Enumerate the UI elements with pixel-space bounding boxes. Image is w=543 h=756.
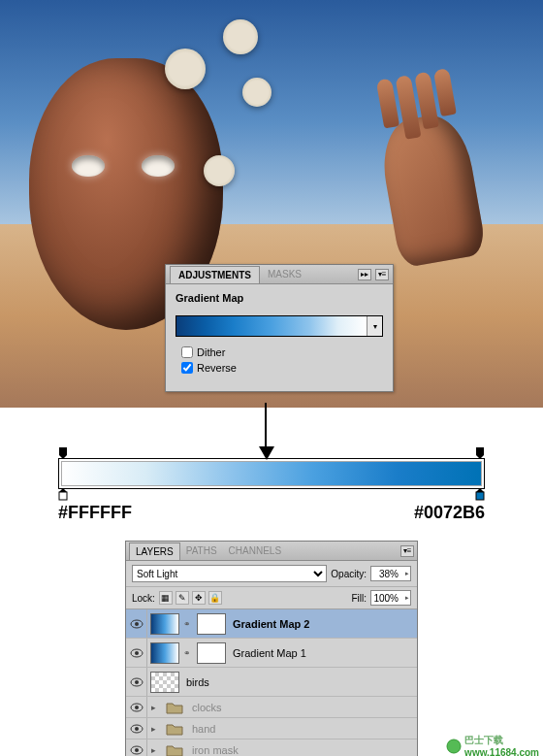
layer-group-row[interactable]: ▸ hand: [126, 718, 417, 740]
lock-row: Lock: ▦ ✎ ✥ 🔒 Fill: ▸: [126, 587, 417, 609]
arrow-line: [265, 403, 267, 451]
chevron-right-icon[interactable]: ▸: [405, 570, 409, 577]
layer-row[interactable]: ⚭ Gradient Map 1: [126, 639, 417, 668]
adjustments-header: ADJUSTMENTS MASKS ▸▸ ▾≡: [166, 265, 393, 284]
opacity-stop-right[interactable]: [474, 447, 486, 461]
svg-rect-0: [59, 447, 67, 455]
svg-point-19: [135, 748, 139, 752]
layer-row[interactable]: ⚭ Gradient Map 2: [126, 609, 417, 639]
visibility-toggle[interactable]: [126, 697, 147, 717]
folder-icon: [164, 697, 185, 718]
gradient-picker[interactable]: ▾: [176, 315, 383, 337]
svg-marker-1: [59, 455, 67, 459]
layer-group-row[interactable]: ▸ iron mask: [126, 740, 417, 756]
dither-label: Dither: [197, 346, 225, 358]
link-icon: ⚭: [183, 648, 193, 658]
tab-channels[interactable]: CHANNELS: [223, 542, 287, 559]
visibility-toggle[interactable]: [126, 718, 147, 739]
layer-name[interactable]: clocks: [192, 702, 222, 713]
watermark-brand: 巴士下载: [464, 735, 503, 745]
gradient-bar[interactable]: [61, 461, 482, 486]
svg-point-20: [447, 740, 461, 753]
face-eye-left: [72, 155, 105, 177]
eye-icon: [130, 703, 144, 712]
color-stop-right[interactable]: [474, 488, 486, 502]
disclosure-triangle-icon[interactable]: ▸: [151, 724, 161, 734]
color-stop-left[interactable]: [57, 488, 69, 502]
hex-left: #FFFFFF: [58, 503, 132, 523]
link-icon: ⚭: [183, 619, 193, 629]
visibility-toggle[interactable]: [126, 609, 147, 638]
clock-decor: [165, 49, 206, 89]
lock-transparency-icon[interactable]: ▦: [159, 591, 173, 605]
folder-icon: [164, 740, 185, 757]
svg-point-11: [135, 651, 139, 655]
eye-icon: [130, 724, 144, 734]
layer-name[interactable]: Gradient Map 2: [233, 618, 309, 630]
layer-name[interactable]: hand: [192, 723, 215, 735]
svg-marker-3: [476, 455, 484, 459]
layer-thumbnail[interactable]: [150, 613, 179, 635]
layer-name[interactable]: Gradient Map 1: [233, 647, 306, 659]
chevron-right-icon[interactable]: ▸: [405, 594, 409, 602]
eye-icon: [130, 648, 144, 658]
reverse-checkbox-row[interactable]: Reverse: [181, 362, 383, 374]
lock-pixels-icon[interactable]: ✎: [176, 591, 189, 605]
lock-label: Lock:: [132, 593, 155, 604]
tab-paths[interactable]: PATHS: [180, 542, 223, 559]
svg-marker-4: [59, 488, 67, 492]
layer-mask-thumbnail[interactable]: [197, 613, 226, 635]
dither-checkbox[interactable]: [181, 346, 193, 358]
svg-marker-6: [476, 488, 484, 492]
svg-rect-7: [476, 492, 484, 500]
panel-menu-icon[interactable]: ▾≡: [375, 269, 389, 280]
visibility-toggle[interactable]: [126, 639, 147, 667]
lock-position-icon[interactable]: ✥: [192, 591, 206, 605]
blend-mode-select[interactable]: Soft Light: [132, 565, 327, 582]
disclosure-triangle-icon[interactable]: ▸: [151, 745, 161, 755]
svg-point-17: [135, 727, 139, 731]
layer-thumbnail[interactable]: [150, 642, 179, 664]
layer-name[interactable]: birds: [186, 676, 209, 688]
adjustment-title: Gradient Map: [176, 292, 383, 304]
panel-menu-icon[interactable]: ▾≡: [400, 545, 414, 557]
eye-icon: [130, 677, 144, 687]
opacity-label: Opacity:: [331, 569, 367, 579]
svg-rect-5: [59, 492, 67, 500]
clock-decor: [242, 78, 272, 107]
visibility-toggle[interactable]: [126, 668, 147, 696]
layers-header: LAYERS PATHS CHANNELS ▾≡: [126, 542, 417, 561]
panel-expand-icon[interactable]: ▸▸: [358, 269, 371, 280]
dither-checkbox-row[interactable]: Dither: [181, 346, 383, 358]
hex-right: #0072B6: [414, 503, 485, 523]
clock-decor: [223, 19, 258, 54]
fill-label: Fill:: [351, 593, 367, 604]
layer-row[interactable]: birds: [126, 668, 417, 697]
folder-icon: [164, 718, 185, 740]
eye-icon: [130, 745, 144, 755]
opacity-stop-left[interactable]: [57, 447, 69, 461]
reverse-label: Reverse: [197, 362, 237, 374]
layer-name[interactable]: iron mask: [192, 744, 239, 756]
reverse-checkbox[interactable]: [181, 362, 193, 374]
layer-thumbnail[interactable]: [150, 672, 179, 693]
gradient-editor[interactable]: [58, 458, 485, 489]
svg-point-13: [135, 680, 139, 684]
tab-masks[interactable]: MASKS: [260, 266, 309, 282]
layer-list: ⚭ Gradient Map 2 ⚭ Gradient Map 1 birds: [126, 609, 417, 756]
layer-group-row[interactable]: ▸ clocks: [126, 697, 417, 718]
layers-options-row: Soft Light Opacity: ▸: [126, 561, 417, 587]
layer-mask-thumbnail[interactable]: [197, 642, 226, 664]
gradient-preview: [176, 316, 367, 336]
disclosure-triangle-icon[interactable]: ▸: [151, 703, 161, 712]
layers-panel: LAYERS PATHS CHANNELS ▾≡ Soft Light Opac…: [125, 541, 418, 756]
visibility-toggle[interactable]: [126, 740, 147, 756]
lock-all-icon[interactable]: 🔒: [208, 591, 222, 605]
gradient-dropdown-icon[interactable]: ▾: [367, 316, 382, 336]
tab-layers[interactable]: LAYERS: [129, 542, 180, 560]
watermark: 巴士下载 www.11684.com: [446, 734, 539, 756]
gradient-bar-container: [58, 458, 485, 489]
svg-rect-2: [476, 447, 484, 455]
watermark-url: www.11684.com: [464, 747, 539, 756]
tab-adjustments[interactable]: ADJUSTMENTS: [170, 266, 260, 283]
